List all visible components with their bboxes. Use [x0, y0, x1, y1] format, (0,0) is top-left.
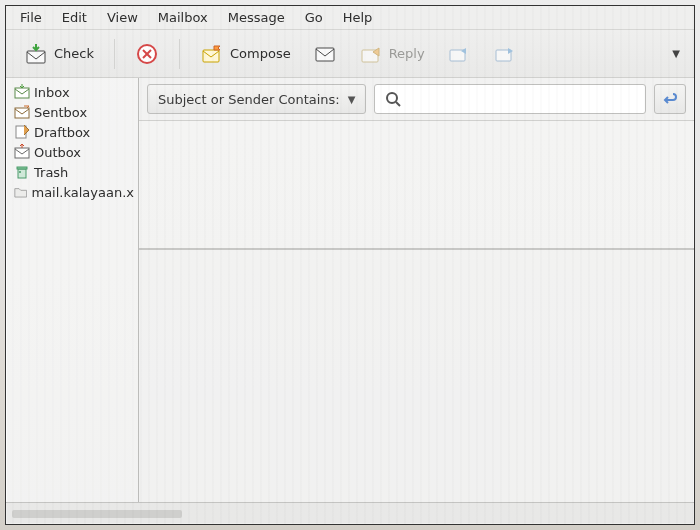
- menu-view[interactable]: View: [97, 7, 148, 28]
- reply-all-button[interactable]: [441, 38, 477, 70]
- folder-inbox[interactable]: Inbox: [6, 82, 138, 102]
- svg-rect-9: [15, 88, 29, 98]
- menu-mailbox[interactable]: Mailbox: [148, 7, 218, 28]
- svg-line-17: [396, 102, 400, 106]
- cancel-icon: [135, 42, 159, 66]
- go-search-button[interactable]: [654, 84, 686, 114]
- svg-rect-0: [27, 51, 45, 63]
- svg-rect-10: [15, 108, 29, 118]
- check-mail-label: Check: [54, 46, 94, 61]
- svg-rect-14: [17, 167, 27, 169]
- folder-label: mail.kalayaan.x: [31, 185, 134, 200]
- search-icon: [385, 91, 401, 107]
- reply-button[interactable]: Reply: [353, 38, 431, 70]
- sentbox-icon: [14, 104, 30, 120]
- compose-label: Compose: [230, 46, 291, 61]
- search-field-wrap[interactable]: [374, 84, 646, 114]
- menu-bar: File Edit View Mailbox Message Go Help: [6, 6, 694, 30]
- folder-draftbox[interactable]: Draftbox: [6, 122, 138, 142]
- folder-label: Outbox: [34, 145, 81, 160]
- menu-edit[interactable]: Edit: [52, 7, 97, 28]
- inbox-icon: [14, 84, 30, 100]
- folder-sidebar: Inbox Sentbox Draftbox: [6, 78, 139, 502]
- svg-rect-4: [203, 50, 219, 62]
- search-input[interactable]: [409, 92, 635, 107]
- compose-icon: [200, 42, 224, 66]
- mail-button[interactable]: [307, 38, 343, 70]
- compose-button[interactable]: Compose: [194, 38, 297, 70]
- filter-label: Subject or Sender Contains:: [158, 92, 340, 107]
- chevron-down-icon: ▼: [348, 94, 356, 105]
- status-progress: [12, 510, 182, 518]
- folder-label: Trash: [34, 165, 68, 180]
- forward-button[interactable]: [487, 38, 523, 70]
- body-area: Inbox Sentbox Draftbox: [6, 78, 694, 502]
- status-bar: [6, 502, 694, 524]
- cancel-button[interactable]: [129, 38, 165, 70]
- svg-point-16: [387, 93, 397, 103]
- folder-icon: [14, 184, 27, 200]
- toolbar: Check Compose: [6, 30, 694, 78]
- trash-icon: [14, 164, 30, 180]
- menu-go[interactable]: Go: [295, 7, 333, 28]
- main-pane: Subject or Sender Contains: ▼: [139, 78, 694, 502]
- folder-trash[interactable]: Trash: [6, 162, 138, 182]
- menu-file[interactable]: File: [10, 7, 52, 28]
- filter-dropdown[interactable]: Subject or Sender Contains: ▼: [147, 84, 366, 114]
- reply-icon: [359, 42, 383, 66]
- arrow-return-icon: [662, 91, 678, 107]
- folder-label: Inbox: [34, 85, 70, 100]
- reply-label: Reply: [389, 46, 425, 61]
- toolbar-separator: [179, 39, 180, 69]
- svg-point-15: [19, 171, 21, 173]
- download-mail-icon: [24, 42, 48, 66]
- toolbar-menu-button[interactable]: ▼: [666, 44, 686, 63]
- svg-rect-5: [316, 48, 334, 61]
- envelope-icon: [313, 42, 337, 66]
- folder-label: Draftbox: [34, 125, 90, 140]
- message-preview-pane[interactable]: [139, 250, 694, 502]
- chevron-down-icon: ▼: [672, 48, 680, 59]
- check-mail-button[interactable]: Check: [18, 38, 100, 70]
- message-list-pane[interactable]: [139, 120, 694, 250]
- forward-icon: [493, 42, 517, 66]
- toolbar-separator: [114, 39, 115, 69]
- folder-sentbox[interactable]: Sentbox: [6, 102, 138, 122]
- outbox-icon: [14, 144, 30, 160]
- filter-bar: Subject or Sender Contains: ▼: [139, 78, 694, 120]
- reply-all-icon: [447, 42, 471, 66]
- menu-message[interactable]: Message: [218, 7, 295, 28]
- folder-outbox[interactable]: Outbox: [6, 142, 138, 162]
- draftbox-icon: [14, 124, 30, 140]
- folder-label: Sentbox: [34, 105, 87, 120]
- menu-help[interactable]: Help: [333, 7, 383, 28]
- app-window: File Edit View Mailbox Message Go Help C…: [5, 5, 695, 525]
- folder-account[interactable]: mail.kalayaan.x: [6, 182, 138, 202]
- svg-rect-13: [18, 169, 26, 178]
- svg-rect-12: [15, 148, 29, 158]
